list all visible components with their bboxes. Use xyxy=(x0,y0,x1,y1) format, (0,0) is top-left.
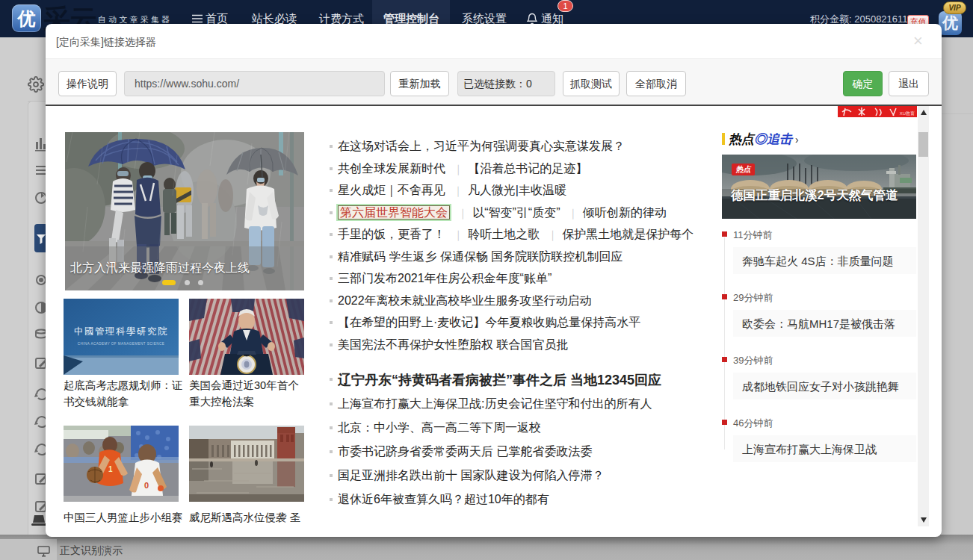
svg-text:CHINA ACADEMY OF MANAGEMENT SC: CHINA ACADEMY OF MANAGEMENT SCIENCE xyxy=(78,342,165,346)
svg-text:0: 0 xyxy=(144,481,149,490)
svg-text:中國管理科學研究院: 中國管理科學研究院 xyxy=(74,326,168,337)
svg-text:XU教育: XU教育 xyxy=(900,111,915,116)
svg-text:1: 1 xyxy=(108,465,113,473)
